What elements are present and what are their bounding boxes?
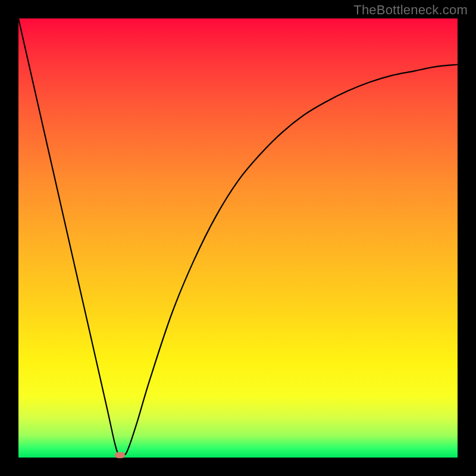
curve-svg — [18, 18, 458, 458]
watermark-text: TheBottleneck.com — [353, 2, 468, 18]
plot-area — [18, 18, 458, 458]
min-marker — [115, 452, 125, 458]
chart-frame: TheBottleneck.com — [0, 0, 476, 476]
bottleneck-curve — [18, 18, 458, 456]
